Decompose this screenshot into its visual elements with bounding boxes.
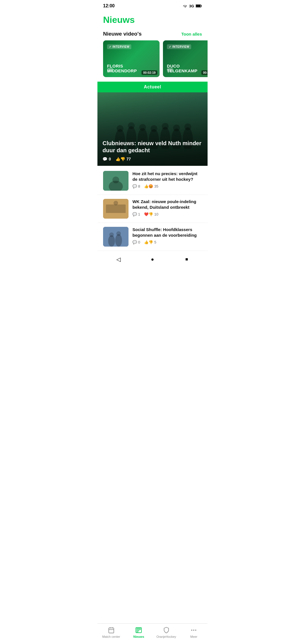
- news-comments-1: 💬 8: [132, 184, 140, 188]
- news-comment-icon-1: 💬: [132, 184, 137, 188]
- svg-marker-4: [108, 72, 110, 73]
- news-meta-1: 💬 8 👍😡 35: [132, 184, 202, 188]
- system-nav: ◁ ● ■: [97, 252, 208, 266]
- recents-button[interactable]: ■: [183, 255, 191, 263]
- news-reaction-count-2: 10: [154, 212, 158, 216]
- video-card-floris[interactable]: INTERVIEW FLORISMIDDENDORP 00:02:19: [103, 40, 160, 77]
- news-reactions-1: 👍😡 35: [144, 184, 158, 188]
- video-card-duco[interactable]: INTERVIEW DUCOTELGENKAMP 00:02:16: [163, 40, 208, 77]
- svg-point-26: [114, 201, 118, 205]
- home-button[interactable]: ●: [149, 255, 156, 263]
- news-thumb-3: [103, 227, 128, 247]
- video-cards-row: INTERVIEW FLORISMIDDENDORP 00:02:19 INTE…: [97, 40, 208, 82]
- news-comment-count-2: 1: [138, 212, 140, 216]
- news-reactions-3: 👍👎 5: [144, 240, 156, 244]
- back-button[interactable]: ◁: [114, 255, 122, 263]
- news-comments-2: 💬 1: [132, 212, 140, 216]
- featured-title: Clubnieuws: nieuw veld Nuth minder duur …: [103, 140, 202, 154]
- svg-point-23: [112, 177, 119, 183]
- svg-rect-25: [106, 204, 126, 213]
- featured-comment-count: 0: [109, 157, 111, 161]
- news-comments-3: 💬 0: [132, 240, 140, 244]
- news-title-1: Hoe zit het nu precies: verdwijnt de str…: [132, 171, 202, 182]
- svg-rect-2: [196, 5, 201, 7]
- news-reaction-count-3: 5: [154, 240, 156, 244]
- status-icons: 3G: [183, 4, 202, 8]
- svg-point-31: [116, 231, 121, 236]
- wifi-icon: [183, 4, 188, 8]
- thumb-img-3: [103, 227, 128, 247]
- news-item-2[interactable]: WK Zaal: nieuwe poule-indeling bekend, D…: [97, 195, 208, 223]
- comment-icon: 💬: [103, 157, 107, 161]
- status-bar: 12:00 3G: [97, 0, 208, 10]
- chat-bubble-icon-2: [167, 68, 175, 74]
- news-comment-count-3: 0: [138, 240, 140, 244]
- chat-bubble-icon-1: [107, 68, 115, 74]
- svg-rect-1: [201, 5, 202, 7]
- news-list: Hoe zit het nu precies: verdwijnt de str…: [97, 166, 208, 252]
- featured-article[interactable]: Clubnieuws: nieuw veld Nuth minder duur …: [97, 92, 208, 166]
- svg-rect-3: [107, 68, 113, 72]
- news-content-3: Social Shuffle: Hoofdklassers begonnen a…: [132, 227, 202, 244]
- news-comment-icon-3: 💬: [132, 240, 137, 244]
- news-reaction-count-1: 35: [154, 184, 158, 188]
- news-reactions-2: ❤️👎 10: [144, 212, 158, 216]
- thumb-img-2: [103, 199, 128, 219]
- video-duration-1: 00:02:19: [141, 70, 157, 75]
- battery-icon: [196, 4, 202, 8]
- news-content-1: Hoe zit het nu precies: verdwijnt de str…: [132, 171, 202, 188]
- news-thumb-1: [103, 171, 128, 191]
- featured-reaction-count: 77: [127, 157, 131, 161]
- actueel-banner: Actueel: [97, 82, 208, 92]
- new-videos-header: Nieuwe video's Toon alles: [97, 27, 208, 40]
- signal-label: 3G: [189, 4, 194, 8]
- news-reaction-icon-2: ❤️👎: [144, 212, 153, 216]
- news-title-2: WK Zaal: nieuwe poule-indeling bekend, D…: [132, 199, 202, 210]
- news-reaction-icon-1: 👍😡: [144, 184, 153, 188]
- video-badge-1: INTERVIEW: [107, 44, 131, 49]
- featured-article-meta: 💬 0 👍👎 77: [103, 157, 202, 161]
- news-thumb-2: [103, 199, 128, 219]
- video-duration-2: 00:02:16: [201, 70, 208, 75]
- svg-rect-5: [167, 68, 173, 72]
- featured-comments: 💬 0: [103, 157, 111, 161]
- news-item-1[interactable]: Hoe zit het nu precies: verdwijnt de str…: [97, 167, 208, 195]
- news-reaction-icon-3: 👍👎: [144, 240, 153, 244]
- news-item-3[interactable]: Social Shuffle: Hoofdklassers begonnen a…: [97, 223, 208, 251]
- thumb-img-1: [103, 171, 128, 191]
- toon-alles-button[interactable]: Toon alles: [181, 32, 202, 36]
- svg-point-29: [115, 234, 122, 247]
- news-content-2: WK Zaal: nieuwe poule-indeling bekend, D…: [132, 199, 202, 216]
- news-comment-count-1: 8: [138, 184, 140, 188]
- page-title: Nieuws: [97, 10, 208, 27]
- svg-marker-6: [168, 72, 170, 73]
- news-comment-icon-2: 💬: [132, 212, 137, 216]
- news-title-3: Social Shuffle: Hoofdklassers begonnen a…: [132, 227, 202, 238]
- reaction-icon: 👍👎: [116, 157, 125, 161]
- news-meta-2: 💬 1 ❤️👎 10: [132, 212, 202, 216]
- svg-point-30: [109, 232, 114, 237]
- news-meta-3: 💬 0 👍👎 5: [132, 240, 202, 244]
- status-time: 12:00: [103, 3, 115, 8]
- video-badge-2: INTERVIEW: [167, 44, 191, 49]
- featured-reactions: 👍👎 77: [116, 157, 131, 161]
- featured-article-content: Clubnieuws: nieuw veld Nuth minder duur …: [97, 135, 208, 166]
- new-videos-title: Nieuwe video's: [103, 31, 142, 37]
